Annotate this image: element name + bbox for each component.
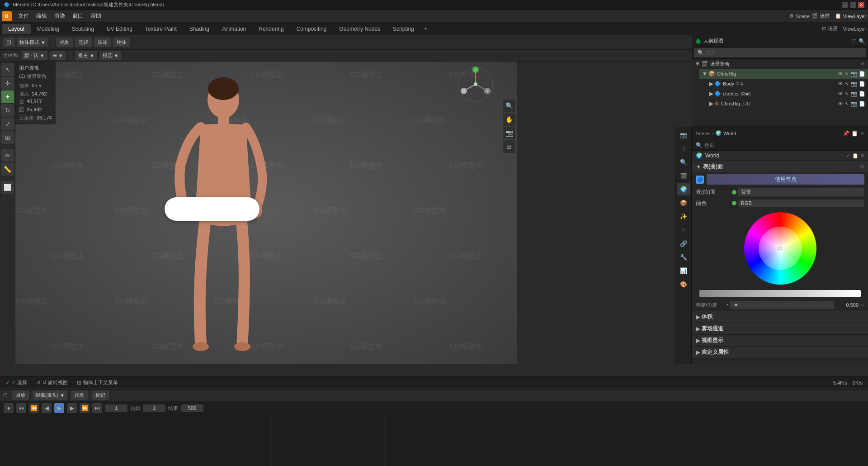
current-frame-input[interactable]: 1 bbox=[105, 404, 127, 412]
color-wheel-container[interactable] bbox=[692, 209, 868, 288]
next-frame-button[interactable]: ▶ bbox=[67, 403, 77, 413]
chrisrig-sub-vis-data[interactable]: 📄 bbox=[859, 101, 865, 107]
navigation-gizmo[interactable]: Z Y X bbox=[458, 66, 494, 111]
tab-rendering[interactable]: Rendering bbox=[252, 24, 290, 34]
surface-section-header[interactable]: ▼ 表(曲)面 ⚙ bbox=[692, 161, 868, 172]
intensity-reset-icon[interactable]: ↩ bbox=[860, 302, 864, 308]
tab-shading[interactable]: Shading bbox=[183, 24, 216, 34]
color-value[interactable]: RGB bbox=[738, 200, 864, 207]
properties-copy-icon[interactable]: 📋 bbox=[851, 130, 858, 137]
coord-dropdown[interactable]: 默 · 认 ▼ bbox=[22, 51, 47, 60]
tab-texture-paint[interactable]: Texture Paint bbox=[139, 24, 183, 34]
vis-eye[interactable]: 👁 bbox=[838, 71, 843, 77]
body-vis-data[interactable]: 📄 bbox=[859, 81, 865, 87]
vis-data[interactable]: 📄 bbox=[859, 71, 865, 77]
select-button[interactable]: 选择 bbox=[75, 38, 92, 47]
color-picker-dot[interactable] bbox=[778, 247, 782, 250]
jump-to-start-button[interactable]: ⏮ bbox=[16, 403, 26, 413]
tab-uv-editing[interactable]: UV Editing bbox=[100, 24, 139, 34]
body-vis-eye[interactable]: 👁 bbox=[838, 81, 843, 87]
world-settings-icon[interactable]: ✕ bbox=[860, 153, 864, 159]
clothes-vis-render[interactable]: 📷 bbox=[851, 91, 857, 97]
properties-close-icon[interactable]: ✕ bbox=[860, 130, 864, 137]
tab-layout[interactable]: Layout bbox=[2, 24, 31, 34]
next-keyframe-button[interactable]: ⏩ bbox=[80, 403, 90, 413]
vis-render[interactable]: 📷 bbox=[851, 71, 857, 77]
prop-icon-material[interactable]: 🎨 bbox=[677, 278, 690, 290]
outliner-chrisrig-sub-item[interactable]: ▶ ⚙ ChrisRig ▷37 👁 ↖ 📷 📄 bbox=[707, 99, 868, 109]
scene-visibility-icon[interactable]: 👁 bbox=[860, 61, 865, 67]
maximize-button[interactable]: □ bbox=[850, 2, 856, 8]
tool-cursor[interactable]: ✛ bbox=[1, 77, 14, 90]
outliner-search-icon[interactable]: 🔍 bbox=[859, 38, 865, 44]
body-vis-render[interactable]: 📷 bbox=[851, 81, 857, 87]
play-button[interactable]: ▶ bbox=[54, 403, 64, 413]
chrisrig-sub-vis-select[interactable]: ↖ bbox=[845, 101, 849, 107]
mode-selector-icon[interactable]: ⊡ bbox=[3, 38, 15, 47]
prop-icon-scene[interactable]: 🎬 bbox=[677, 169, 690, 182]
prop-icon-output[interactable]: 🖨 bbox=[677, 142, 690, 155]
clothes-vis-eye[interactable]: 👁 bbox=[838, 91, 843, 97]
clothes-vis-data[interactable]: 📄 bbox=[859, 91, 865, 97]
tool-move[interactable]: ✦ bbox=[1, 90, 14, 103]
color-wheel[interactable] bbox=[744, 212, 816, 285]
select2-dropdown[interactable]: 框选 ▼ bbox=[100, 51, 122, 60]
tool-select[interactable]: ↖ bbox=[1, 63, 14, 76]
pivot-dropdown[interactable]: ⊕ ▼ bbox=[50, 51, 66, 60]
tab-sculpting[interactable]: Sculpting bbox=[66, 24, 100, 34]
menu-edit[interactable]: 编辑 bbox=[33, 11, 51, 21]
color-gradient-bar[interactable] bbox=[699, 290, 861, 297]
view-timeline-btn[interactable]: 视图 bbox=[71, 390, 88, 400]
use-nodes-button[interactable]: 使用节点 bbox=[707, 174, 864, 185]
object-button[interactable]: 物体 bbox=[113, 38, 130, 47]
menu-render[interactable]: 渲染 bbox=[51, 11, 69, 21]
camera-capture-dropdown[interactable]: 报像(摄头) ▼ bbox=[33, 390, 67, 400]
prop-icon-physics[interactable]: ⚛ bbox=[677, 223, 690, 236]
tab-animation[interactable]: Animation bbox=[216, 24, 252, 34]
prop-icon-data[interactable]: 📊 bbox=[677, 264, 690, 277]
vis-select[interactable]: ↖ bbox=[845, 71, 849, 77]
zoom-in-button[interactable]: 🔍 bbox=[503, 100, 515, 112]
tab-compositing[interactable]: Compositing bbox=[290, 24, 333, 34]
chrisrig-sub-vis-eye[interactable]: 👁 bbox=[838, 101, 843, 107]
add-workspace-button[interactable]: + bbox=[420, 24, 431, 34]
prop-icon-modifiers[interactable]: 🔧 bbox=[677, 251, 690, 263]
surface-value[interactable]: 背景 bbox=[738, 188, 864, 196]
object-mode-dropdown[interactable]: 物体模式 ▼ bbox=[17, 38, 48, 47]
volume-section-header[interactable]: ▶ 体积 bbox=[692, 311, 868, 323]
world-copy-icon[interactable]: 📋 bbox=[852, 153, 859, 159]
close-button[interactable]: ✕ bbox=[858, 2, 864, 8]
jump-to-end-button[interactable]: ⏭ bbox=[92, 403, 102, 413]
prev-keyframe-button[interactable]: ⏪ bbox=[29, 403, 39, 413]
end-frame-input[interactable]: 500 bbox=[181, 404, 203, 412]
outliner-search[interactable]: 🔍 搜索 bbox=[694, 48, 866, 57]
select-dropdown[interactable]: 推主 ▼ bbox=[75, 51, 97, 60]
outliner-chrisrig-item[interactable]: ▼ 📦 ChrisRig 👁 ↖ 📷 📄 bbox=[699, 69, 868, 79]
grid-button[interactable]: ⊞ bbox=[503, 140, 515, 153]
tool-scale[interactable]: ⤢ bbox=[1, 118, 14, 130]
tool-transform[interactable]: ⊞ bbox=[1, 131, 14, 144]
minimize-button[interactable]: — bbox=[842, 2, 848, 8]
prop-icon-view[interactable]: 🔍 bbox=[677, 156, 690, 168]
breadcrumb-world[interactable]: World bbox=[723, 131, 736, 136]
intensity-slider[interactable] bbox=[730, 301, 834, 309]
tool-measure[interactable]: 📏 bbox=[1, 163, 14, 176]
chrisrig-sub-vis-render[interactable]: 📷 bbox=[851, 101, 857, 107]
tool-add-cube[interactable]: ⬜ bbox=[1, 181, 14, 194]
menu-file[interactable]: 文件 bbox=[14, 11, 33, 21]
prop-icon-constraints[interactable]: 🔗 bbox=[677, 237, 690, 250]
outliner-filter-icon[interactable]: ▽ bbox=[852, 38, 856, 44]
view-display-section-header[interactable]: ▶ 视图显示 bbox=[692, 335, 868, 346]
add-button[interactable]: 添加 bbox=[94, 38, 111, 47]
properties-search-input[interactable] bbox=[704, 143, 864, 148]
tab-modeling[interactable]: Modeling bbox=[31, 24, 66, 34]
fog-section-header[interactable]: ▶ 雾场通道 bbox=[692, 323, 868, 334]
tool-annotate[interactable]: ✏ bbox=[1, 149, 14, 162]
outliner-scene-item[interactable]: ▼ 🎬 场景集合 👁 bbox=[692, 59, 868, 69]
prop-icon-particles[interactable]: ✨ bbox=[677, 210, 690, 223]
surface-settings-icon[interactable]: ⚙ bbox=[859, 164, 864, 170]
prev-frame-button[interactable]: ◀ bbox=[42, 403, 52, 413]
tool-rotate[interactable]: ↻ bbox=[1, 104, 14, 117]
breadcrumb-scene[interactable]: Scene bbox=[696, 131, 710, 136]
view-button[interactable]: 视图 bbox=[56, 38, 73, 47]
